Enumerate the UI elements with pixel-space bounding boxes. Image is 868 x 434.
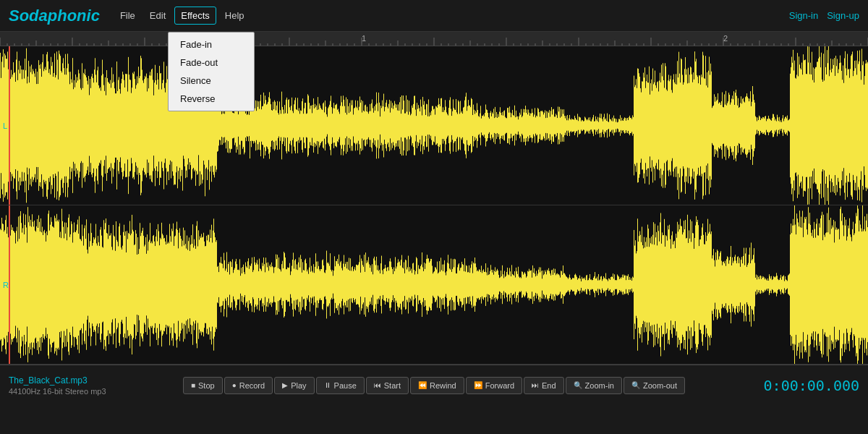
stop-button[interactable]: ■ Stop <box>183 377 223 394</box>
rewind-icon: ⏪ <box>418 381 427 389</box>
forward-icon: ⏩ <box>474 381 482 389</box>
header-auth: Sign-in Sign-up <box>789 10 859 21</box>
end-icon: ⏭ <box>532 381 539 389</box>
signup-link[interactable]: Sign-up <box>827 10 859 21</box>
ruler-canvas <box>0 32 868 46</box>
menu-edit[interactable]: Edit <box>144 7 171 24</box>
start-icon: ⏮ <box>374 381 381 389</box>
menu-bar: File Edit Effects Help <box>114 7 789 25</box>
start-button[interactable]: ⏮ Start <box>366 377 409 394</box>
pause-icon: ⏸ <box>324 381 331 389</box>
waveform-left-canvas <box>0 46 868 205</box>
effects-dropdown: Fade-in Fade-out Silence Reverse <box>168 32 255 111</box>
effect-fade-in[interactable]: Fade-in <box>169 35 254 54</box>
end-button[interactable]: ⏭ End <box>524 377 564 394</box>
timeline-ruler <box>0 32 868 46</box>
record-button[interactable]: ● Record <box>224 377 273 394</box>
playhead-right <box>9 205 10 364</box>
signin-link[interactable]: Sign-in <box>789 10 818 21</box>
waveform-right-canvas <box>0 205 868 364</box>
effect-silence[interactable]: Silence <box>169 72 254 90</box>
file-meta: 44100Hz 16-bit Stereo mp3 <box>9 387 124 396</box>
menu-effects[interactable]: Effects <box>174 7 216 25</box>
playhead-left <box>9 46 10 205</box>
channel-left-label: L <box>3 122 7 130</box>
menu-file[interactable]: File <box>114 7 141 24</box>
play-button[interactable]: ▶ Play <box>274 377 314 394</box>
file-info: The_Black_Cat.mp3 44100Hz 16-bit Stereo … <box>9 375 124 396</box>
file-name: The_Black_Cat.mp3 <box>9 375 124 386</box>
pause-button[interactable]: ⏸ Pause <box>316 377 365 394</box>
waveform-container[interactable]: L R <box>0 46 868 365</box>
effect-reverse[interactable]: Reverse <box>169 90 254 108</box>
effect-fade-out[interactable]: Fade-out <box>169 54 254 72</box>
transport-controls: ■ Stop ● Record ▶ Play ⏸ Pause ⏮ Start ⏪… <box>130 377 738 394</box>
app-logo: Sodaphonic <box>9 7 100 25</box>
time-display: 0:00:00.000 <box>744 377 859 394</box>
channel-right-label: R <box>3 281 9 289</box>
zoom-in-icon: 🔍 <box>574 381 582 389</box>
channel-left: L <box>0 46 868 205</box>
record-icon: ● <box>232 381 237 389</box>
header: Sodaphonic File Edit Effects Help Sign-i… <box>0 0 868 32</box>
zoom-in-button[interactable]: 🔍 Zoom-in <box>566 377 622 394</box>
menu-help[interactable]: Help <box>219 7 250 24</box>
play-icon: ▶ <box>282 381 288 389</box>
stop-icon: ■ <box>191 381 195 389</box>
channel-right: R <box>0 205 868 365</box>
rewind-button[interactable]: ⏪ Rewind <box>410 377 464 394</box>
forward-button[interactable]: ⏩ Forward <box>466 377 522 394</box>
zoom-out-icon: 🔍 <box>631 381 640 389</box>
zoom-out-button[interactable]: 🔍 Zoom-out <box>624 377 685 394</box>
footer: The_Black_Cat.mp3 44100Hz 16-bit Stereo … <box>0 365 868 405</box>
